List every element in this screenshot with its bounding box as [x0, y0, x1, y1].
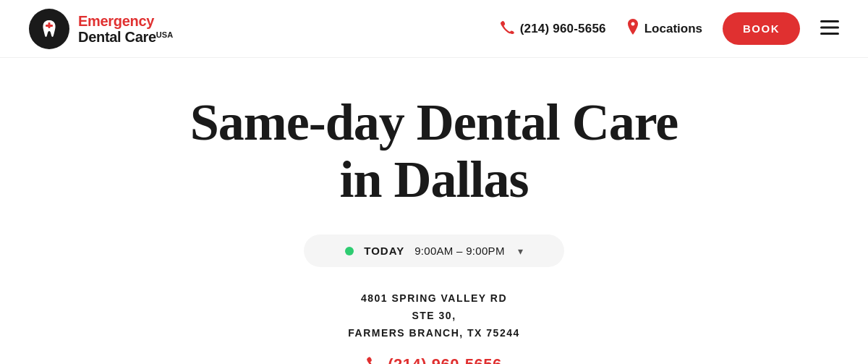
address-line-2: STE 30,: [348, 308, 520, 325]
svg-rect-4: [820, 33, 839, 35]
nav-locations-label: Locations: [644, 22, 702, 36]
nav-phone-link[interactable]: (214) 960-5656: [500, 20, 606, 38]
main-phone-icon: [366, 355, 382, 364]
address-block: 4801 SPRING VALLEY RD STE 30, FARMERS BR…: [348, 290, 520, 342]
hero-title: Same-day Dental Care in Dallas: [190, 94, 678, 208]
svg-rect-1: [46, 25, 53, 27]
svg-rect-3: [820, 26, 839, 28]
open-status-dot: [345, 247, 354, 255]
hours-time: 9:00AM – 9:00PM: [414, 245, 505, 257]
site-header: Emergency Dental CareUSA (214) 960-5656 …: [0, 0, 868, 58]
hamburger-icon[interactable]: [820, 19, 839, 39]
address-line-3: FARMERS BRANCH, TX 75244: [348, 325, 520, 342]
phone-icon: [500, 20, 514, 38]
main-phone-number: (214) 960-5656: [388, 355, 501, 364]
book-button[interactable]: BOOK: [723, 12, 800, 45]
logo[interactable]: Emergency Dental CareUSA: [29, 9, 173, 49]
hours-pill[interactable]: TODAY 9:00AM – 9:00PM ▾: [304, 234, 564, 267]
chevron-down-icon: ▾: [518, 245, 523, 257]
hours-day: TODAY: [364, 245, 404, 257]
main-content: Same-day Dental Care in Dallas TODAY 9:0…: [0, 58, 868, 364]
logo-text: Emergency Dental CareUSA: [78, 13, 173, 45]
address-line-1: 4801 SPRING VALLEY RD: [348, 290, 520, 308]
logo-icon: [29, 9, 69, 49]
location-pin-icon: [626, 19, 639, 38]
main-phone-link[interactable]: (214) 960-5656: [366, 355, 501, 364]
svg-rect-2: [820, 20, 839, 22]
nav-phone-number: (214) 960-5656: [520, 22, 606, 36]
nav-locations-link[interactable]: Locations: [626, 19, 702, 38]
nav-right: (214) 960-5656 Locations BOOK: [500, 12, 839, 45]
